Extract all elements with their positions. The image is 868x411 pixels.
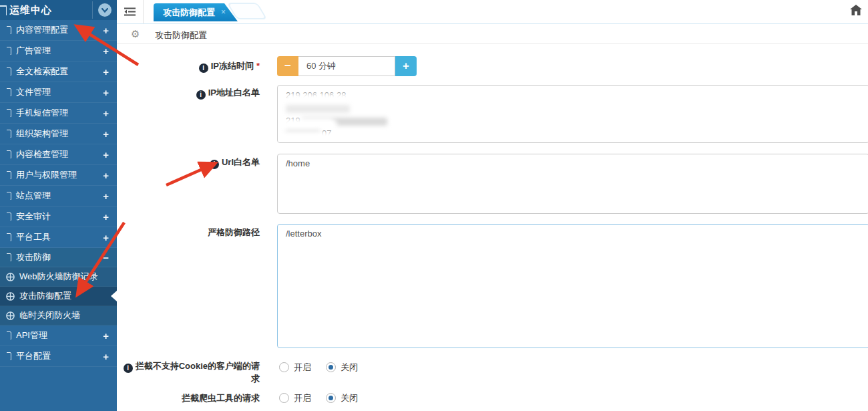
info-icon: i: [210, 160, 219, 169]
plus-icon[interactable]: +: [103, 232, 109, 243]
radio-on-label[interactable]: 开启: [294, 362, 311, 372]
sidebar-item-attack-defense[interactable]: 攻击防御 −: [0, 248, 117, 267]
plus-icon[interactable]: +: [103, 25, 109, 36]
crawler-block-radio-group: 开启关闭: [279, 392, 373, 404]
sidebar-item-sites[interactable]: 站点管理 +: [0, 186, 117, 207]
sidebar-collapse-button[interactable]: [98, 3, 112, 17]
ip-freeze-stepper: − +: [277, 56, 417, 76]
sidebar-item-label: 组织架构管理: [16, 128, 103, 140]
cookie-block-label: i拦截不支持Cookie的客户端的请求: [117, 360, 260, 385]
label-text: 拦截不支持Cookie的客户端的请求: [136, 361, 260, 384]
plus-icon[interactable]: +: [103, 128, 109, 140]
tab-attack-defense-config[interactable]: 攻击防御配置 ×: [154, 3, 238, 21]
sidebar-subitem-temp-close-firewall[interactable]: 临时关闭防火墙: [0, 306, 117, 325]
plus-icon[interactable]: +: [103, 170, 109, 181]
shield-icon: [6, 273, 15, 281]
radio-off-label[interactable]: 关闭: [341, 362, 358, 372]
stepper-minus-button[interactable]: −: [277, 56, 298, 76]
home-button[interactable]: [850, 5, 862, 18]
sidebar-item-platform-config[interactable]: 平台配置 +: [0, 346, 117, 367]
url-whitelist-textarea[interactable]: /home: [277, 154, 868, 214]
radio-off-label[interactable]: 关闭: [341, 393, 358, 403]
strict-path-label: 严格防御路径: [117, 227, 260, 239]
plus-icon[interactable]: +: [103, 351, 109, 362]
sidebar-subitem-label: 攻击防御配置: [19, 290, 71, 302]
radio-off[interactable]: [326, 362, 336, 372]
menu-icon: [7, 192, 12, 200]
menu-icon: [7, 67, 12, 76]
attack-defense-config-form: iIP冻结时间* − + iIP地址白名单 219.206.106.28 219…: [117, 44, 868, 411]
outdent-icon: [124, 7, 136, 16]
sidebar-item-label: 文件管理: [16, 86, 103, 98]
ip-whitelist-textarea[interactable]: 219.206.106.28 219 07: [277, 85, 868, 143]
strict-path-textarea[interactable]: /letterbox: [277, 224, 868, 348]
sidebar: 运维中心 内容管理配置 + 广告管理 + 全文检索配置 + 文件管理 + 手机短…: [0, 0, 117, 411]
page-title: 攻击防御配置: [155, 29, 207, 41]
ip-freeze-input[interactable]: [298, 56, 395, 76]
info-icon: i: [196, 90, 206, 100]
ip-freeze-label: iIP冻结时间*: [117, 60, 260, 73]
sidebar-item-api-mgmt[interactable]: API管理 +: [0, 325, 117, 346]
label-text: Url白名单: [222, 157, 260, 167]
tab-label: 攻击防御配置: [163, 7, 215, 17]
sidebar-subitem-label: Web防火墙防御记录: [19, 271, 98, 283]
shield-icon: [6, 292, 15, 301]
minus-icon[interactable]: −: [103, 252, 109, 263]
sidebar-item-label: 广告管理: [16, 45, 103, 57]
sidebar-item-content-check[interactable]: 内容检查管理 +: [0, 144, 117, 165]
ip-whitelist-label: iIP地址白名单: [117, 87, 260, 100]
sidebar-subitem-attack-defense-config[interactable]: 攻击防御配置: [0, 287, 117, 306]
sidebar-item-ads[interactable]: 广告管理 +: [0, 41, 117, 61]
sidebar-item-label: API管理: [16, 329, 103, 341]
radio-off[interactable]: [326, 393, 336, 403]
plus-icon[interactable]: +: [103, 211, 109, 223]
home-icon: [850, 5, 862, 15]
header-divider: [92, 1, 93, 19]
ip-line: 219: [286, 114, 861, 127]
radio-on[interactable]: [279, 362, 289, 372]
stepper-plus-button[interactable]: +: [395, 56, 417, 76]
plus-icon[interactable]: +: [103, 66, 109, 78]
app-title: 运维中心: [9, 4, 52, 17]
sidebar-item-users-perms[interactable]: 用户与权限管理 +: [0, 165, 117, 186]
label-text: IP地址白名单: [208, 88, 260, 98]
plus-icon[interactable]: +: [103, 87, 109, 98]
tab-close-icon[interactable]: ×: [221, 3, 226, 21]
ip-line: [286, 102, 861, 114]
label-text: 严格防御路径: [208, 227, 260, 237]
chevron-down-icon: [101, 8, 108, 13]
sidebar-item-files[interactable]: 文件管理 +: [0, 82, 117, 103]
sidebar-item-label: 攻击防御: [16, 251, 103, 263]
crawler-block-label: 拦截爬虫工具的请求: [117, 392, 260, 404]
sidebar-header: 运维中心: [0, 0, 117, 20]
menu-icon: [7, 213, 12, 221]
sidebar-item-fulltext[interactable]: 全文检索配置 +: [0, 61, 117, 82]
gear-icon[interactable]: ⚙: [131, 28, 140, 40]
sidebar-item-sms[interactable]: 手机短信管理 +: [0, 103, 117, 124]
menu-icon: [7, 171, 12, 179]
plus-icon[interactable]: +: [103, 45, 109, 57]
radio-on-label[interactable]: 开启: [294, 393, 311, 403]
menu-icon: [7, 109, 12, 117]
plus-icon[interactable]: +: [103, 330, 109, 341]
info-icon: i: [199, 63, 208, 73]
redaction-wipe: [283, 136, 343, 143]
active-item-notch: [111, 291, 117, 301]
sidebar-item-content-mgmt[interactable]: 内容管理配置 +: [0, 20, 117, 41]
plus-icon[interactable]: +: [103, 190, 109, 202]
sidebar-item-org[interactable]: 组织架构管理 +: [0, 124, 117, 144]
sidebar-item-security-audit[interactable]: 安全审计 +: [0, 207, 117, 227]
menu-icon: [7, 352, 12, 360]
sidebar-subitem-label: 临时关闭防火墙: [19, 309, 80, 321]
ops-center-icon: [0, 5, 7, 15]
menu-icon: [7, 233, 12, 241]
sidebar-item-platform-tools[interactable]: 平台工具 +: [0, 227, 117, 248]
radio-on[interactable]: [279, 393, 289, 403]
plus-icon[interactable]: +: [103, 149, 109, 160]
ip-line: 219.206.106.28: [286, 89, 861, 102]
plus-icon[interactable]: +: [103, 108, 109, 119]
sidebar-subitem-waf-records[interactable]: Web防火墙防御记录: [0, 267, 117, 287]
shield-icon: [6, 311, 15, 320]
sidebar-toggle-button[interactable]: [117, 0, 144, 23]
menu-icon: [7, 130, 12, 138]
